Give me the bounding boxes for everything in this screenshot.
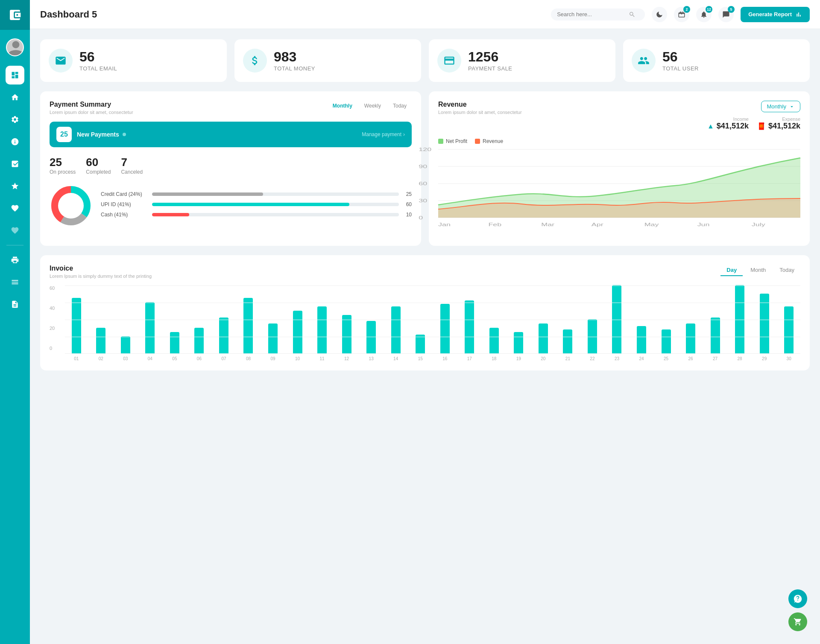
legend-net-profit: Net Profit: [438, 138, 467, 144]
progress-label-cash: Cash (41%): [101, 212, 148, 218]
stat-number-money: 983: [274, 50, 315, 64]
bar-col-10: [286, 311, 309, 353]
bar-fill-02: [96, 328, 105, 353]
legend-revenue: Revenue: [475, 138, 503, 144]
invoice-chart-wrap: 60 40 20 0 01020304050607080910111213141…: [50, 286, 800, 361]
sidebar-item-doc[interactable]: [6, 295, 24, 314]
yaxis-20: 20: [50, 326, 55, 331]
bar-xlabel-19: 19: [507, 356, 530, 361]
bar-xlabel-15: 15: [409, 356, 432, 361]
bar-xlabel-20: 20: [532, 356, 555, 361]
sidebar-item-list[interactable]: [6, 273, 24, 291]
progress-label-credit: Credit Card (24%): [101, 191, 148, 197]
bar-fill-10: [293, 311, 302, 353]
bar-fill-03: [121, 336, 130, 353]
bar-col-13: [360, 321, 383, 353]
payment-summary-title: Payment Summary: [50, 101, 133, 108]
sidebar-item-settings[interactable]: [6, 110, 24, 129]
revenue-monthly-dropdown[interactable]: Monthly: [761, 101, 800, 112]
bar-xlabel-11: 11: [310, 356, 334, 361]
new-payments-label: New Payments: [77, 131, 357, 138]
sidebar-item-fav1[interactable]: [6, 199, 24, 218]
gift-icon-btn[interactable]: 2: [674, 7, 689, 22]
progress-row-upi: UPI ID (41%) 60: [101, 201, 412, 207]
sidebar-item-dashboard[interactable]: [6, 66, 24, 85]
invoice-bar-chart: [65, 286, 800, 354]
stats-row: 56 TOTAL EMAIL 983 TOTAL MONEY 1256: [40, 39, 810, 82]
sidebar-item-grid[interactable]: [6, 88, 24, 107]
progress-list: Credit Card (24%) 25 UPI ID (41%) 60: [101, 191, 412, 222]
legend-dot-profit: [438, 139, 443, 144]
avatar[interactable]: [6, 38, 24, 56]
bar-xlabel-06: 06: [188, 356, 211, 361]
tab-today[interactable]: Today: [388, 101, 412, 111]
stats-3col: 25 On process 60 Completed 7 Canceled: [50, 156, 412, 175]
yaxis-40: 40: [50, 306, 55, 311]
mid-row: Payment Summary Lorem ipsum dolor sit am…: [40, 91, 810, 246]
bell-icon-btn[interactable]: 12: [696, 7, 712, 22]
chat-badge: 5: [728, 6, 735, 13]
progress-bar-fill-cash: [152, 213, 189, 216]
bar-xlabel-24: 24: [630, 356, 653, 361]
generate-report-button[interactable]: Generate Report: [741, 7, 810, 22]
donut-chart: [50, 184, 92, 229]
invoice-tab-today[interactable]: Today: [773, 265, 800, 276]
progress-bar-fill-upi: [152, 203, 349, 206]
revenue-title: Revenue: [438, 101, 522, 108]
bar-fill-26: [686, 323, 695, 353]
bar-col-25: [655, 329, 678, 353]
bar-fill-01: [72, 298, 81, 353]
search-box[interactable]: [551, 9, 645, 20]
sidebar-item-fav2[interactable]: [6, 221, 24, 240]
invoice-title: Invoice: [50, 265, 152, 272]
stat-icon-money: [243, 49, 267, 73]
dark-mode-toggle[interactable]: [652, 7, 667, 22]
bar-fill-08: [243, 298, 253, 353]
income-stat: Income ▲ $41,512k: [707, 117, 749, 131]
sidebar-item-star[interactable]: [6, 177, 24, 195]
stat-card-money: 983 TOTAL MONEY: [234, 39, 421, 82]
progress-count-upi: 60: [403, 201, 412, 207]
bar-col-05: [163, 332, 186, 353]
bar-col-30: [777, 306, 800, 353]
sidebar-item-print[interactable]: [6, 251, 24, 269]
bar-fill-04: [145, 302, 155, 353]
bar-col-06: [188, 328, 211, 353]
invoice-tab-month[interactable]: Month: [744, 265, 772, 276]
invoice-subtitle: Lorem Ipsum is simply dummy text of the …: [50, 274, 152, 279]
bar-xlabel-16: 16: [433, 356, 457, 361]
manage-payment-link[interactable]: Manage payment ›: [362, 131, 405, 137]
invoice-tab-group: Day Month Today: [720, 265, 800, 276]
bar-xlabel-03: 03: [114, 356, 137, 361]
expense-stat: Expense 🧧 $41,512k: [757, 117, 800, 131]
bar-col-21: [556, 329, 580, 353]
sidebar-item-analytics[interactable]: [6, 154, 24, 173]
bar-col-09: [261, 323, 284, 353]
sidebar-item-info[interactable]: [6, 132, 24, 151]
search-icon: [629, 11, 636, 18]
support-float-btn[interactable]: [788, 589, 807, 608]
progress-bar-wrap-upi: [152, 203, 399, 206]
progress-label-upi: UPI ID (41%): [101, 201, 148, 207]
progress-bar-wrap-cash: [152, 213, 399, 216]
bar-col-22: [581, 319, 604, 353]
svg-text:Feb: Feb: [488, 222, 501, 227]
invoice-tab-day[interactable]: Day: [720, 265, 743, 276]
cart-float-btn[interactable]: [788, 612, 807, 631]
chat-icon-btn[interactable]: 5: [718, 7, 734, 22]
svg-text:Jun: Jun: [697, 222, 710, 227]
bar-xlabel-17: 17: [458, 356, 481, 361]
tab-monthly[interactable]: Monthly: [328, 101, 357, 111]
bar-fill-25: [662, 329, 671, 353]
tab-weekly[interactable]: Weekly: [359, 101, 386, 111]
bar-col-27: [704, 318, 727, 353]
search-input[interactable]: [557, 11, 625, 17]
bar-fill-21: [563, 329, 572, 353]
bar-xlabel-21: 21: [556, 356, 580, 361]
bar-fill-27: [711, 318, 720, 353]
bar-col-03: [114, 336, 137, 353]
bar-xlabel-18: 18: [483, 356, 506, 361]
progress-count-cash: 10: [403, 212, 412, 218]
progress-row-cash: Cash (41%) 10: [101, 212, 412, 218]
new-payments-bar: 25 New Payments Manage payment ›: [50, 122, 412, 147]
